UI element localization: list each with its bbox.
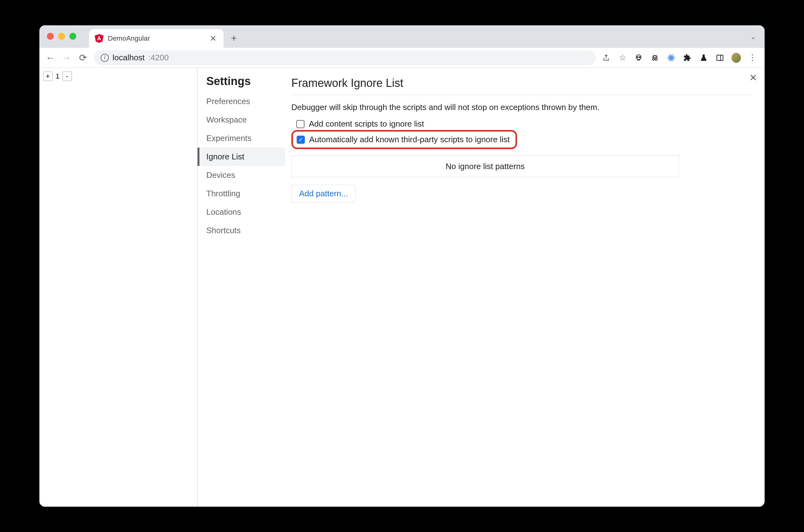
browser-window: A DemoAngular ✕ + ⌄ ← → ⟳ i localhost:42… bbox=[39, 25, 765, 507]
ignore-patterns-list: No ignore list patterns bbox=[291, 155, 679, 177]
nav-preferences[interactable]: Preferences bbox=[197, 92, 285, 111]
svg-point-3 bbox=[652, 58, 655, 60]
counter-widget: + 1 - bbox=[43, 72, 193, 81]
new-tab-button[interactable]: + bbox=[226, 30, 242, 46]
nav-workspace[interactable]: Workspace bbox=[197, 111, 285, 129]
back-button[interactable]: ← bbox=[45, 53, 56, 63]
svg-point-4 bbox=[655, 58, 657, 60]
decrement-button[interactable]: - bbox=[62, 72, 72, 81]
nav-ignore-list[interactable]: Ignore List bbox=[197, 148, 285, 166]
option-third-party-label: Automatically add known third-party scri… bbox=[309, 135, 510, 145]
panel-toggle-icon[interactable] bbox=[715, 53, 725, 62]
close-window-button[interactable] bbox=[47, 33, 54, 40]
nav-devices[interactable]: Devices bbox=[197, 166, 285, 185]
empty-patterns-text: No ignore list patterns bbox=[446, 162, 525, 171]
profile-avatar[interactable] bbox=[731, 53, 741, 62]
extension-incognito-icon[interactable] bbox=[650, 53, 659, 62]
angular-favicon: A bbox=[95, 34, 103, 43]
checkbox-unchecked-icon[interactable] bbox=[296, 120, 305, 128]
tab-bar: A DemoAngular ✕ + ⌄ bbox=[39, 25, 765, 48]
close-tab-icon[interactable]: ✕ bbox=[209, 34, 218, 43]
minimize-window-button[interactable] bbox=[58, 33, 65, 40]
toolbar-right: ☆ ⋮ bbox=[601, 53, 759, 62]
url-input[interactable]: i localhost:4200 bbox=[94, 50, 596, 65]
extension-skull-icon[interactable] bbox=[634, 53, 643, 62]
panel-title: Framework Ignore List bbox=[291, 77, 752, 95]
nav-locations[interactable]: Locations bbox=[197, 203, 285, 221]
content-area: + 1 - ✕ Settings Preferences Workspace E… bbox=[39, 68, 765, 507]
add-pattern-button[interactable]: Add pattern... bbox=[291, 185, 356, 203]
share-icon[interactable] bbox=[601, 53, 611, 62]
extension-react-icon[interactable] bbox=[667, 53, 676, 62]
settings-panel: Framework Ignore List Debugger will skip… bbox=[285, 68, 765, 507]
page-viewport: + 1 - bbox=[39, 68, 197, 507]
checkbox-checked-icon[interactable]: ✓ bbox=[296, 136, 305, 144]
reload-button[interactable]: ⟳ bbox=[78, 52, 88, 63]
svg-point-1 bbox=[637, 57, 638, 58]
option-content-scripts[interactable]: Add content scripts to ignore list bbox=[294, 117, 752, 131]
devtools-settings: ✕ Settings Preferences Workspace Experim… bbox=[197, 68, 765, 507]
option-third-party[interactable]: ✓ Automatically add known third-party sc… bbox=[294, 133, 512, 146]
increment-button[interactable]: + bbox=[43, 72, 53, 81]
site-info-icon[interactable]: i bbox=[101, 54, 109, 62]
extensions-puzzle-icon[interactable] bbox=[683, 53, 692, 62]
browser-tab[interactable]: A DemoAngular ✕ bbox=[89, 29, 224, 48]
svg-point-5 bbox=[671, 57, 672, 58]
settings-sidebar: Settings Preferences Workspace Experimen… bbox=[197, 68, 285, 507]
nav-experiments[interactable]: Experiments bbox=[197, 129, 285, 148]
nav-throttling[interactable]: Throttling bbox=[197, 185, 285, 203]
nav-shortcuts[interactable]: Shortcuts bbox=[197, 221, 285, 240]
url-host: localhost bbox=[113, 53, 145, 62]
tab-title: DemoAngular bbox=[108, 34, 204, 42]
url-port: :4200 bbox=[149, 53, 169, 62]
highlighted-option: ✓ Automatically add known third-party sc… bbox=[291, 130, 517, 149]
panel-description: Debugger will skip through the scripts a… bbox=[291, 95, 752, 117]
option-content-scripts-label: Add content scripts to ignore list bbox=[309, 119, 424, 129]
settings-nav: Preferences Workspace Experiments Ignore… bbox=[197, 92, 285, 240]
browser-menu-icon[interactable]: ⋮ bbox=[748, 53, 757, 62]
close-settings-icon[interactable]: ✕ bbox=[749, 72, 757, 83]
extension-flask-icon[interactable] bbox=[699, 53, 708, 62]
window-controls bbox=[47, 33, 76, 40]
forward-button[interactable]: → bbox=[61, 53, 72, 63]
svg-point-2 bbox=[639, 57, 640, 58]
svg-rect-9 bbox=[717, 55, 723, 60]
bookmark-star-icon[interactable]: ☆ bbox=[618, 53, 627, 62]
settings-title: Settings bbox=[197, 75, 285, 92]
tabs-overflow-icon[interactable]: ⌄ bbox=[750, 33, 756, 41]
fullscreen-window-button[interactable] bbox=[70, 33, 76, 40]
address-bar: ← → ⟳ i localhost:4200 ☆ bbox=[39, 48, 765, 68]
counter-value: 1 bbox=[54, 72, 61, 81]
